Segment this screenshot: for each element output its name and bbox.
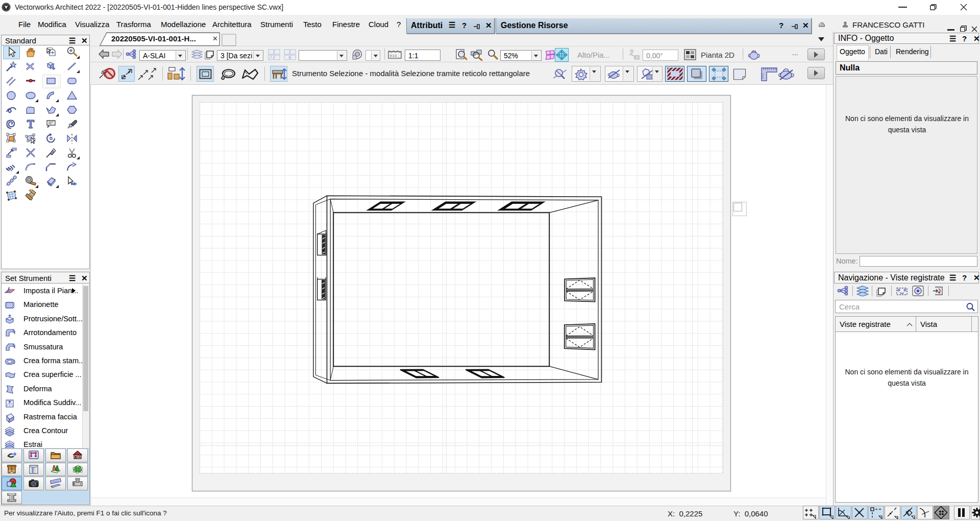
svg-text:0 1:1: 0 1:1 [390, 54, 397, 57]
